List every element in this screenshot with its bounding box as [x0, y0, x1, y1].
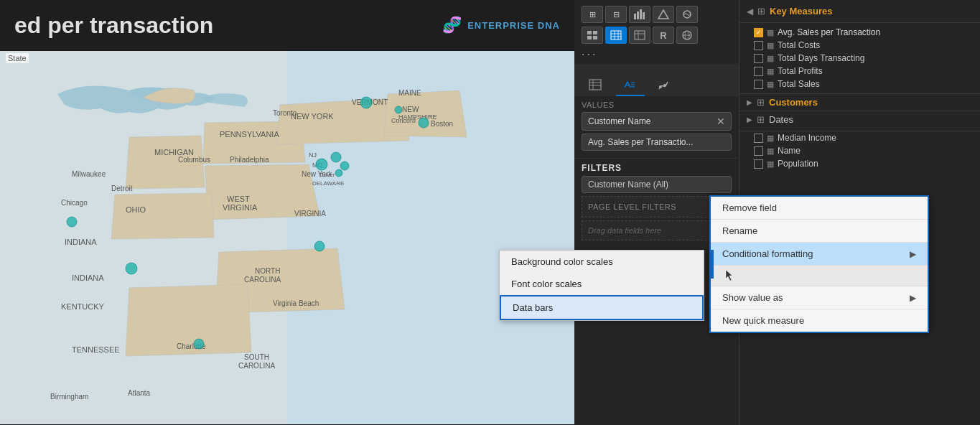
field-label-name: Name: [778, 146, 801, 156]
customers-group-header[interactable]: ▶ ⊞ Customers: [739, 93, 980, 111]
svg-text:Milwaukee: Milwaukee: [72, 170, 106, 178]
new-quick-measure-item[interactable]: New quick measure: [711, 309, 928, 332]
toolbar-row2: R: [574, 27, 739, 47]
field-total-sales[interactable]: ▦ Total Sales: [739, 78, 980, 90]
logo-text: ENTERPRISE DNA: [467, 20, 560, 31]
conditional-formatting-label: Conditional formatting: [722, 248, 813, 259]
measure-icon-days: ▦: [767, 54, 774, 63]
field-label-total-profits: Total Profits: [778, 66, 823, 76]
toolbar-icon-7[interactable]: [605, 27, 627, 44]
svg-text:VIRGINIA: VIRGINIA: [223, 203, 258, 212]
field-avg-sales[interactable]: ✓ ▦ Avg. Sales per Transaction: [739, 26, 980, 39]
bottom-fields: ▦ Median Income ▦ Name ▦ Population: [739, 131, 980, 170]
context-menu-right: Remove field Rename Conditional formatti…: [709, 195, 929, 333]
dates-expand-arrow[interactable]: ▶: [747, 116, 752, 123]
customers-expand-arrow[interactable]: ▶: [747, 98, 752, 106]
submenu-left: Background color scales Font color scale…: [499, 250, 704, 321]
font-color-scales-item[interactable]: Font color scales: [500, 273, 704, 295]
toolbar-icon-4[interactable]: [653, 6, 674, 23]
svg-text:MAINE: MAINE: [398, 89, 421, 97]
map-state-label: State: [6, 53, 29, 63]
svg-point-40: [331, 152, 341, 162]
toolbar-icon-5[interactable]: [676, 6, 698, 23]
svg-point-44: [314, 241, 325, 251]
svg-text:Chicago: Chicago: [61, 199, 88, 207]
checkbox-population[interactable]: [754, 159, 763, 169]
field-label-total-sales: Total Sales: [778, 79, 820, 89]
toolbar-icon-2[interactable]: ⊟: [605, 6, 627, 23]
field-total-profits[interactable]: ▦ Total Profits: [739, 65, 980, 78]
field-name[interactable]: ▦ Name: [739, 144, 980, 157]
customer-name-field[interactable]: Customer Name ✕: [582, 112, 732, 131]
toolbar-row1: ⊞ ⊟: [574, 0, 739, 27]
cf-submenu-hint: [711, 266, 928, 286]
svg-text:Atlanta: Atlanta: [128, 389, 151, 397]
remove-field-item[interactable]: Remove field: [711, 197, 928, 220]
customers-label[interactable]: Customers: [769, 97, 818, 108]
measure-icon-sales: ▦: [767, 80, 774, 89]
filter-value: Customer Name (All): [588, 179, 668, 190]
measure-icon-median: ▦: [767, 134, 774, 143]
measure-icon-avg: ▦: [767, 28, 774, 37]
dates-label[interactable]: Dates: [769, 114, 793, 125]
toolbar-icon-1[interactable]: ⊞: [582, 6, 603, 23]
checkbox-total-days[interactable]: [754, 54, 763, 63]
svg-point-76: [659, 85, 662, 88]
field-total-days[interactable]: ▦ Total Days Transacting: [739, 52, 980, 65]
page-level-label: Page level filters: [588, 202, 676, 211]
svg-text:Toronto: Toronto: [273, 109, 297, 117]
data-bars-item[interactable]: Data bars: [500, 295, 704, 320]
key-measures-label[interactable]: Key Measures: [770, 6, 832, 17]
toolbar-icon-8[interactable]: [629, 27, 650, 44]
checkbox-total-costs[interactable]: [754, 41, 763, 50]
avg-sales-text: Avg. Sales per Transactio...: [588, 137, 694, 147]
svg-rect-62: [635, 31, 645, 39]
svg-text:KENTUCKY: KENTUCKY: [61, 302, 105, 311]
toolbar-icon-globe[interactable]: [676, 27, 698, 44]
left-panel: ed per transaction 🧬 ENTERPRISE DNA: [0, 0, 574, 425]
svg-text:Dover: Dover: [319, 172, 335, 178]
tab-format[interactable]: [616, 74, 645, 96]
svg-point-39: [360, 97, 372, 108]
checkbox-median-income[interactable]: [754, 134, 763, 143]
field-total-costs[interactable]: ▦ Total Costs: [739, 39, 980, 52]
checkbox-total-sales[interactable]: [754, 80, 763, 89]
toolbar-icon-r[interactable]: R: [653, 27, 674, 44]
field-median-income[interactable]: ▦ Median Income: [739, 131, 980, 144]
toolbar-icon-3[interactable]: [629, 6, 650, 23]
rename-item[interactable]: Rename: [711, 220, 928, 243]
tab-analytics[interactable]: [650, 74, 679, 96]
toolbar-dots[interactable]: ···: [574, 47, 739, 64]
collapse-arrow[interactable]: ◀: [747, 6, 753, 17]
svg-point-43: [316, 159, 327, 170]
bg-color-scales-label: Background color scales: [511, 256, 613, 267]
svg-point-42: [335, 169, 342, 177]
field-population[interactable]: ▦ Population: [739, 157, 980, 170]
key-measures-group: ✓ ▦ Avg. Sales per Transaction ▦ Total C…: [739, 23, 980, 93]
svg-rect-49: [637, 11, 639, 19]
font-color-scales-label: Font color scales: [511, 279, 582, 289]
show-value-arrow-icon: ▶: [910, 293, 916, 303]
tab-fields[interactable]: [582, 74, 610, 96]
svg-rect-57: [611, 31, 621, 39]
svg-text:Philadelphia: Philadelphia: [230, 156, 269, 164]
conditional-formatting-item[interactable]: Conditional formatting ▶: [711, 243, 928, 266]
bg-color-scales-item[interactable]: Background color scales: [500, 251, 704, 273]
rename-label: Rename: [722, 225, 757, 236]
svg-text:Boston: Boston: [431, 120, 453, 128]
svg-rect-53: [587, 31, 592, 34]
remove-customer-name[interactable]: ✕: [717, 116, 725, 127]
page-title: ed per transaction: [14, 12, 213, 39]
checkbox-name[interactable]: [754, 146, 763, 156]
toolbar-icon-6[interactable]: [582, 27, 603, 44]
filters-label: FILTERS: [582, 163, 732, 173]
dates-group-header[interactable]: ▶ ⊞ Dates: [739, 111, 980, 128]
checkbox-avg-sales[interactable]: ✓: [754, 28, 763, 37]
customer-name-filter[interactable]: Customer Name (All): [582, 176, 732, 193]
checkbox-total-profits[interactable]: [754, 67, 763, 76]
avg-sales-field[interactable]: Avg. Sales per Transactio...: [582, 134, 732, 151]
svg-rect-48: [634, 14, 636, 19]
svg-point-41: [340, 162, 349, 170]
svg-point-37: [419, 118, 429, 128]
show-value-as-item[interactable]: Show value as ▶: [711, 286, 928, 309]
